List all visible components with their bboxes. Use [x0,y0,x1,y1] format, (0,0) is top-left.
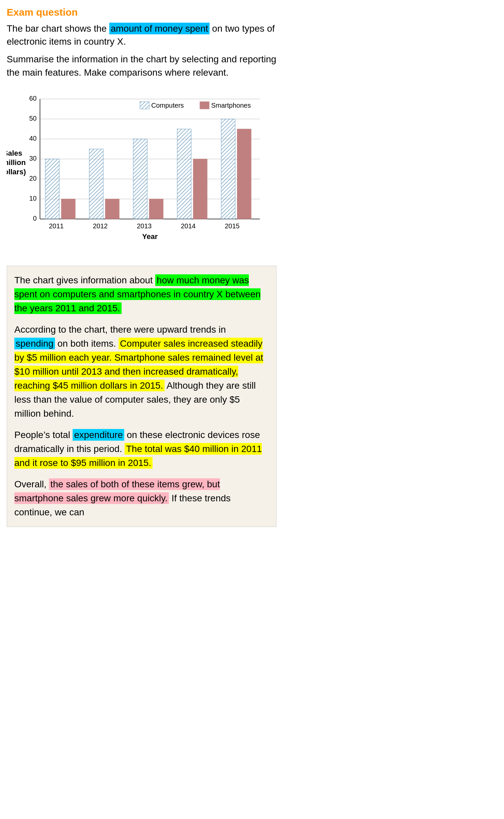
para3-before: People’s total [14,430,73,440]
para2-h1: spending [14,338,55,349]
intro-text: The bar chart shows the amount of money … [7,22,276,48]
para2-after1: on both items. [55,338,119,349]
ylabel-20: 20 [29,175,37,182]
bar-smartphones-2013 [149,199,163,219]
bar-smartphones-2011 [61,199,75,219]
answer-para-1: The chart gives information about how mu… [14,273,269,315]
legend-smartphones-label: Smartphones [211,102,251,109]
ylabel-50: 50 [29,115,37,122]
y-axis-label-2: (million [7,158,26,167]
x-axis-label: Year [142,232,158,241]
ylabel-40: 40 [29,135,37,142]
answer-para-2: According to the chart, there were upwar… [14,323,269,421]
answer-box: The chart gives information about how mu… [7,266,276,527]
legend-computers-label: Computers [151,102,184,109]
xlabel-2013: 2013 [137,222,152,230]
xlabel-2015: 2015 [225,222,240,230]
exam-question-label: Exam question [7,7,276,18]
para1-before: The chart gives information about [14,275,155,285]
bar-smartphones-2015 [237,129,251,219]
ylabel-30: 30 [29,155,37,162]
answer-para-3: People’s total expenditure on these elec… [14,428,269,470]
para3-h1: expenditure [73,429,124,441]
para4-before: Overall, [14,479,49,489]
xlabel-2014: 2014 [181,222,196,230]
legend-computers-box [140,102,149,109]
bar-computers-2011 [45,159,59,219]
ylabel-10: 10 [29,195,37,202]
chart-container: Sales (million dollars) 60 50 40 30 20 1… [7,86,276,259]
bar-computers-2014 [177,129,191,219]
legend-smartphones-box [200,102,209,109]
para2-before: According to the chart, there were upwar… [14,324,226,335]
y-axis-label-3: dollars) [7,168,26,176]
bar-computers-2015 [221,119,235,219]
summarise-text: Summarise the information in the chart b… [7,53,276,79]
bar-smartphones-2014 [193,159,207,219]
bar-smartphones-2012 [105,199,119,219]
intro-before: The bar chart shows the [7,23,109,34]
intro-highlight: amount of money spent [109,23,210,34]
ylabel-0: 0 [33,215,37,222]
bar-computers-2012 [89,149,103,219]
xlabel-2012: 2012 [93,222,108,230]
bar-computers-2013 [133,139,147,219]
xlabel-2011: 2011 [49,222,64,230]
ylabel-60: 60 [29,95,37,102]
y-axis-label: Sales [7,149,22,157]
answer-para-4: Overall, the sales of both of these item… [14,477,269,519]
bar-chart: Sales (million dollars) 60 50 40 30 20 1… [7,89,280,256]
